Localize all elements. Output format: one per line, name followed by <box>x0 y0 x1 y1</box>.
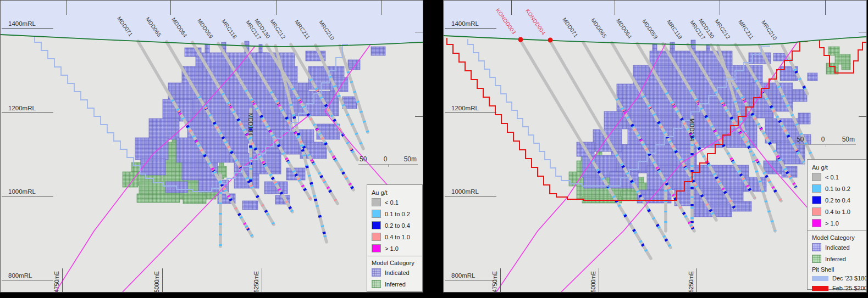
elevation-tick-right <box>859 116 866 117</box>
legend-divider <box>367 256 422 256</box>
scale-bar: 50 0 50m <box>358 155 418 167</box>
au-swatch-0.1-0.2 <box>812 184 821 193</box>
dual-cross-section-figure: 1400mRL 1200mRL 1000mRL 800mRL MDD071 MD… <box>0 0 868 298</box>
legend-au-title: Au g/t <box>372 189 419 196</box>
legend-divider <box>808 230 866 231</box>
easting-tick <box>162 268 163 292</box>
elevation-label: 800mRL <box>445 272 496 280</box>
easting-tick <box>599 268 599 292</box>
scale-bar-line <box>358 164 418 167</box>
easting-label: 4750mE <box>491 265 499 293</box>
legend-right: Au g/t < 0.1 0.1 to 0.2 0.2 to 0.4 0.4 t… <box>807 159 867 290</box>
easting-tick <box>62 268 63 292</box>
scale-bar: 50 0 50m <box>795 136 856 148</box>
au-swatch-gt-1.0 <box>812 219 821 227</box>
au-swatch-lt-0.1 <box>812 173 821 181</box>
au-class-label: > 1.0 <box>825 220 839 227</box>
au-class-label: 0.1 to 0.2 <box>385 211 410 217</box>
au-swatch-0.2-0.4 <box>812 196 821 204</box>
pit-shell-label: Feb '25 $2000/oz <box>832 285 867 291</box>
elevation-label: 1400mRL <box>2 20 53 29</box>
scale-right-value: 50m <box>404 155 417 163</box>
legend-model-title: Model Category <box>812 234 863 241</box>
elevation-label: 800mRL <box>2 272 53 280</box>
legend-model-title: Model Category <box>372 260 419 266</box>
elevation-tick-right <box>859 32 866 32</box>
easting-tick <box>696 268 697 292</box>
au-swatch-0.2-0.4 <box>372 221 381 229</box>
easting-label: 5000mE <box>589 265 597 293</box>
au-class-label: 0.4 to 1.0 <box>825 209 850 215</box>
feb25-pit-swatch <box>812 286 828 291</box>
au-class-label: > 1.0 <box>385 245 399 252</box>
scale-right-value: 50m <box>842 136 855 143</box>
au-class-label: < 0.1 <box>825 174 839 181</box>
drillhole-label-vertical: MDD134 <box>689 119 695 141</box>
scale-left-value: 50 <box>360 155 367 163</box>
cross-section-panel-right: 1400mRL 1200mRL 1000mRL 800mRL KONDD003 … <box>443 0 867 293</box>
elevation-label: 1000mRL <box>2 188 53 196</box>
au-class-label: 0.2 to 0.4 <box>385 222 410 229</box>
grid-tick-top <box>66 1 67 15</box>
pit-shell-label: Dec '23 $1800/oz <box>832 275 867 282</box>
grid-tick-top <box>170 1 171 15</box>
grid-tick-top <box>825 1 826 15</box>
easting-label: 5250mE <box>687 265 695 293</box>
easting-label: 5250mE <box>252 265 260 293</box>
au-class-label: 0.4 to 1.0 <box>385 234 410 240</box>
drillhole-label-vertical: MDD134 <box>247 113 253 136</box>
scale-zero-value: 0 <box>821 136 825 143</box>
legend-left: Au g/t < 0.1 0.1 to 0.2 0.2 to 0.4 0.4 t… <box>367 184 423 292</box>
au-swatch-lt-0.1 <box>372 198 381 206</box>
model-category-label: Indicated <box>825 244 850 251</box>
inferred-swatch <box>812 255 821 263</box>
au-swatch-0.1-0.2 <box>372 210 381 218</box>
legend-pit-title: Pit Shell <box>812 266 863 273</box>
au-class-label: 0.1 to 0.2 <box>825 185 850 192</box>
model-category-label: Inferred <box>385 281 406 288</box>
easting-label: 4750mE <box>53 265 60 293</box>
model-category-label: Inferred <box>825 256 846 262</box>
grid-tick-top <box>382 1 382 15</box>
au-class-label: < 0.1 <box>385 199 399 206</box>
elevation-label: 1000mRL <box>445 188 496 196</box>
easting-label: 5000mE <box>153 265 161 293</box>
grid-tick-top <box>615 1 615 15</box>
indicated-swatch <box>812 243 821 251</box>
au-swatch-gt-1.0 <box>372 244 381 252</box>
au-swatch-0.4-1.0 <box>812 207 821 216</box>
grid-tick-top <box>276 1 277 15</box>
scale-bar-line <box>795 144 856 148</box>
legend-au-title: Au g/t <box>812 164 863 171</box>
elevation-tick-right <box>415 32 423 32</box>
grid-tick-top <box>720 1 720 15</box>
elevation-tick-right <box>415 116 423 117</box>
easting-tick <box>500 268 501 292</box>
elevation-label: 1200mRL <box>2 105 53 113</box>
au-class-label: 0.2 to 0.4 <box>825 197 850 204</box>
inferred-swatch <box>372 280 381 288</box>
elevation-label: 1400mRL <box>445 20 496 29</box>
cross-section-panel-left: 1400mRL 1200mRL 1000mRL 800mRL MDD071 MD… <box>0 0 423 293</box>
elevation-label: 1200mRL <box>445 105 496 113</box>
scale-left-value: 50 <box>797 136 804 143</box>
grid-tick-top <box>511 1 512 15</box>
model-category-label: Indicated <box>385 269 410 276</box>
scale-zero-value: 0 <box>384 155 388 163</box>
cross-section-drawing-left <box>1 1 423 292</box>
easting-tick <box>262 268 262 292</box>
dec23-pit-swatch <box>812 276 828 281</box>
indicated-swatch <box>372 268 381 277</box>
legend-pit-title: Dec'23 Pit Shell <box>372 291 419 293</box>
au-swatch-0.4-1.0 <box>372 233 381 241</box>
